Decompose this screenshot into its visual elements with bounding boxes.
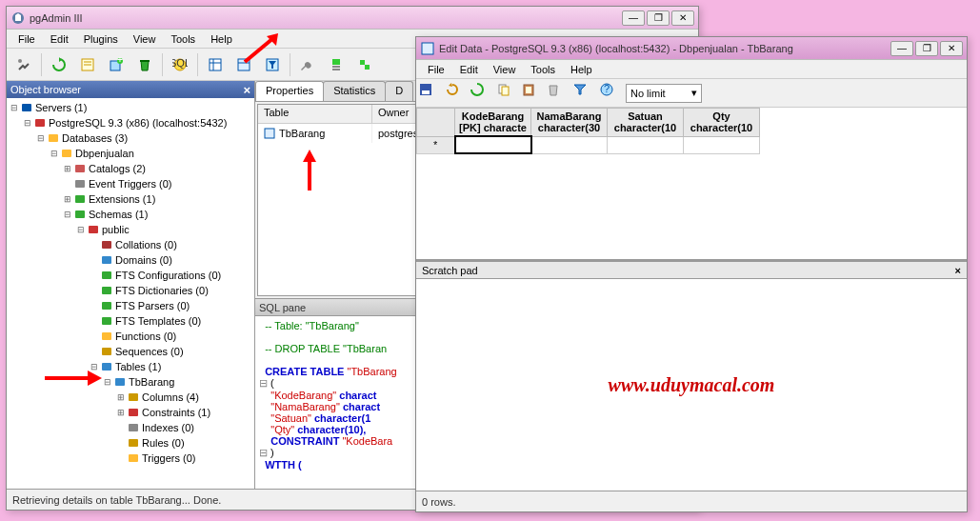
help-icon[interactable]: ? (599, 82, 622, 105)
menu-file[interactable]: File (420, 62, 452, 77)
minimize-button[interactable]: — (890, 41, 913, 56)
new-row[interactable]: * (417, 136, 760, 153)
tree-item[interactable]: Functions (0) (9, 329, 252, 344)
refresh-icon[interactable] (470, 82, 492, 105)
menu-view[interactable]: View (126, 31, 164, 47)
delete-icon[interactable] (546, 82, 569, 105)
tree-item[interactable]: Domains (0) (9, 252, 252, 268)
tree-item[interactable]: ⊞Catalogs (2) (9, 161, 252, 176)
tree-item[interactable]: Event Triggers (0) (9, 176, 252, 191)
tree-item[interactable]: ⊟Servers (1) (9, 100, 252, 115)
tree-item[interactable]: ⊟Dbpenjualan (9, 146, 252, 161)
maintenance-icon[interactable] (294, 51, 321, 78)
expander-icon[interactable]: ⊟ (62, 209, 73, 220)
connect-icon[interactable] (10, 51, 37, 78)
tree-item[interactable]: ⊟public (9, 222, 252, 237)
expander-icon[interactable] (89, 270, 100, 281)
scratch-close-button[interactable]: × (955, 265, 961, 276)
menu-plugins[interactable]: Plugins (76, 31, 126, 47)
paste-icon[interactable] (521, 82, 544, 105)
maximize-button[interactable]: ❐ (915, 41, 938, 56)
create-icon[interactable]: + (103, 51, 130, 78)
drop-icon[interactable] (131, 51, 158, 78)
tree-item[interactable]: FTS Parsers (0) (9, 298, 252, 313)
expander-icon[interactable] (89, 300, 100, 311)
save-icon[interactable] (418, 82, 441, 105)
menu-tools[interactable]: Tools (523, 62, 563, 77)
expander-icon[interactable]: ⊟ (49, 148, 60, 159)
tree-item[interactable]: ⊟TbBarang (9, 374, 252, 390)
expander-icon[interactable] (115, 422, 127, 433)
expander-icon[interactable]: ⊟ (89, 361, 100, 372)
tree-item[interactable]: ⊟Schemas (1) (9, 207, 252, 222)
expander-icon[interactable] (89, 331, 100, 342)
filter-icon[interactable] (259, 51, 286, 78)
expander-icon[interactable]: ⊟ (35, 132, 47, 144)
tree-item[interactable]: ⊟Tables (1) (9, 359, 252, 374)
expander-icon[interactable] (89, 239, 100, 250)
expander-icon[interactable]: ⊟ (9, 102, 20, 113)
tree-item[interactable]: FTS Dictionaries (0) (9, 283, 252, 298)
tree-item[interactable]: Rules (0) (9, 435, 252, 451)
col-kodebarang[interactable]: KodeBarang[PK] characte (455, 109, 531, 137)
expander-icon[interactable]: ⊟ (75, 224, 87, 235)
expander-icon[interactable] (115, 437, 127, 449)
expander-icon[interactable]: ⊞ (115, 407, 127, 418)
filter-icon[interactable] (572, 82, 595, 105)
tab-properties[interactable]: Properties (255, 81, 324, 101)
tree-item[interactable]: FTS Configurations (0) (9, 268, 252, 283)
tree-item[interactable]: ⊞Columns (4) (9, 390, 252, 405)
view-data-icon[interactable] (202, 51, 229, 78)
expander-icon[interactable] (89, 254, 100, 266)
menu-help[interactable]: Help (203, 31, 240, 47)
maximize-button[interactable]: ❐ (647, 10, 670, 26)
titlebar[interactable]: pgAdmin III — ❐ ✕ (7, 7, 698, 30)
col-namabarang[interactable]: NamaBarangcharacter(30 (531, 109, 608, 137)
tree-item[interactable]: Collations (0) (9, 237, 252, 252)
undo-icon[interactable] (445, 82, 468, 105)
expander-icon[interactable] (89, 285, 100, 296)
expander-icon[interactable]: ⊟ (102, 376, 113, 388)
close-button[interactable]: ✕ (940, 41, 963, 56)
tab-statistics[interactable]: Statistics (323, 81, 386, 101)
tree[interactable]: ⊟Servers (1)⊟PostgreSQL 9.3 (x86) (local… (7, 98, 254, 489)
expander-icon[interactable] (89, 315, 100, 327)
minimize-button[interactable]: — (622, 10, 645, 26)
data-grid[interactable]: KodeBarang[PK] characte NamaBarangcharac… (416, 108, 967, 260)
expander-icon[interactable]: ⊞ (115, 391, 127, 403)
col-qty[interactable]: Qtycharacter(10 (684, 109, 760, 137)
menu-view[interactable]: View (486, 62, 524, 77)
menu-tools[interactable]: Tools (163, 31, 203, 47)
tree-item[interactable]: ⊞Constraints (1) (9, 405, 252, 420)
expander-icon[interactable] (89, 346, 100, 357)
expander-icon[interactable]: ⊞ (62, 193, 73, 205)
panel-close-button[interactable]: × (243, 83, 250, 97)
col-satuan[interactable]: Satuancharacter(10 (608, 109, 684, 137)
menu-edit[interactable]: Edit (43, 31, 76, 47)
grid-header-table[interactable]: Table (258, 105, 372, 123)
properties-icon[interactable] (74, 51, 101, 78)
sql-icon[interactable]: SQL (167, 51, 193, 78)
scratch-content[interactable]: www.uduymacal.com (416, 279, 967, 491)
view-filtered-icon[interactable] (230, 51, 257, 78)
tree-item[interactable]: Indexes (0) (9, 420, 252, 435)
tab-dependencies[interactable]: D (385, 81, 413, 101)
expander-icon[interactable]: ⊟ (22, 117, 33, 129)
refresh-icon[interactable] (46, 51, 72, 78)
tree-item[interactable]: ⊟PostgreSQL 9.3 (x86) (localhost:5432) (9, 115, 252, 130)
expander-icon[interactable] (62, 178, 73, 190)
execute-icon[interactable] (323, 51, 350, 78)
limit-select[interactable]: No limit ▾ (626, 84, 702, 103)
tree-item[interactable]: ⊟Databases (3) (9, 130, 252, 146)
hint-icon[interactable] (351, 51, 378, 78)
tree-item[interactable]: ⊞Extensions (1) (9, 191, 252, 207)
close-button[interactable]: ✕ (671, 10, 694, 26)
titlebar[interactable]: Edit Data - PostgreSQL 9.3 (x86) (localh… (416, 37, 967, 60)
menu-file[interactable]: File (10, 31, 43, 47)
copy-icon[interactable] (496, 82, 519, 105)
menu-edit[interactable]: Edit (452, 62, 486, 77)
expander-icon[interactable]: ⊞ (62, 163, 73, 174)
expander-icon[interactable] (115, 452, 127, 464)
tree-item[interactable]: Sequences (0) (9, 344, 252, 359)
tree-item[interactable]: FTS Templates (0) (9, 313, 252, 329)
